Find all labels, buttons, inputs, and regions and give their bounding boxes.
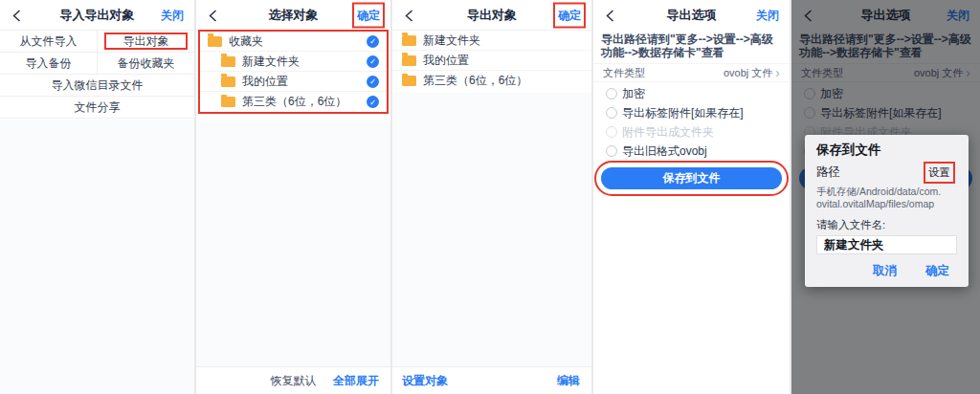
back-button[interactable] <box>606 9 615 22</box>
cancel-button[interactable]: 取消 <box>873 264 897 278</box>
export-option-list: 加密 导出标签附件[如果存在] 附件导出成文件夹 导出旧格式ovobj <box>593 82 790 161</box>
filename-input[interactable] <box>816 235 957 254</box>
folder-row[interactable]: 新建文件夹 <box>200 52 387 72</box>
option-row[interactable]: 加密 <box>593 84 790 103</box>
back-button[interactable] <box>405 9 414 22</box>
folder-name: 第三类（6位，6位） <box>242 94 346 110</box>
dialog-buttons: 取消 确定 <box>816 264 957 278</box>
save-to-file-dialog: 保存到文件 路径 设置 手机存储/Android/data/com.ovital… <box>805 135 969 287</box>
option-row[interactable]: 导出旧格式ovobj <box>593 142 790 161</box>
folder-icon <box>221 97 235 107</box>
radio-unchecked-icon <box>606 126 617 138</box>
chevron-right-icon: › <box>775 68 780 77</box>
option-row[interactable]: 导出标签附件[如果存在] <box>593 103 790 122</box>
empty-area <box>392 93 591 394</box>
folder-icon <box>402 35 416 46</box>
chevron-left-icon <box>606 10 614 22</box>
folder-icon <box>208 36 222 47</box>
option-label: 附件导出成文件夹 <box>622 124 714 141</box>
page-title: 导出选项 <box>667 7 717 24</box>
folder-name: 第三类（6位，6位） <box>423 73 527 89</box>
close-button[interactable]: 关闭 <box>756 7 779 23</box>
panel-export-objects: 导出对象 确定 新建文件夹 我的位置 第三类（6位，6位） <box>392 0 593 394</box>
chevron-left-icon <box>209 10 217 22</box>
path-value: 手机存储/Android/data/com.ovital.ovitalMap/f… <box>816 186 946 210</box>
folder-row[interactable]: 我的位置 <box>200 72 387 92</box>
page-title: 导出对象 <box>467 7 517 24</box>
radio-unchecked-icon <box>606 88 617 99</box>
panel1-header: 导入导出对象 关闭 <box>0 0 194 30</box>
panel4-header: 导出选项 关闭 <box>593 0 790 30</box>
back-button[interactable] <box>209 9 218 22</box>
chevron-left-icon <box>12 10 21 22</box>
file-type-row[interactable]: 文件类型 ovobj 文件› <box>593 63 790 82</box>
folder-tree-list: 收藏夹 新建文件夹 我的位置 第三类（6位，6位） <box>198 30 389 114</box>
panel3-header: 导出对象 确定 <box>392 0 591 30</box>
panel2-footer: 恢复默认 全部展开 <box>196 366 390 394</box>
panel-import-export: 导入导出对象 关闭 从文件导入 导出对象 导入备份 备份收藏夹 导入微信目录文件… <box>0 0 196 394</box>
check-icon[interactable] <box>367 35 379 48</box>
folder-icon <box>402 55 416 66</box>
screenshot-root: 导入导出对象 关闭 从文件导入 导出对象 导入备份 备份收藏夹 导入微信目录文件… <box>0 0 980 394</box>
empty-area <box>196 120 390 394</box>
chevron-left-icon <box>405 10 413 22</box>
folder-row[interactable]: 第三类（6位，6位） <box>392 71 591 91</box>
option-label: 导出旧格式ovobj <box>622 143 707 160</box>
option-row[interactable]: 附件导出成文件夹 <box>593 122 790 142</box>
check-icon[interactable] <box>367 96 379 108</box>
page-title: 导入导出对象 <box>60 7 135 24</box>
panel-export-options-dimmed: 导出选项 关闭 导出路径请到"更多-->设置-->高级功能-->数据存储卡"查看… <box>791 0 980 394</box>
folder-row[interactable]: 新建文件夹 <box>392 31 591 51</box>
folder-name: 新建文件夹 <box>423 33 480 49</box>
folder-name: 我的位置 <box>242 74 288 90</box>
expand-all-button[interactable]: 全部展开 <box>333 373 379 389</box>
import-wechat-dir-button[interactable]: 导入微信目录文件 <box>0 75 194 96</box>
folder-row[interactable]: 第三类（6位，6位） <box>200 92 387 112</box>
confirm-button[interactable]: 确定 <box>925 264 949 278</box>
close-button[interactable]: 关闭 <box>161 7 184 23</box>
folder-icon <box>402 76 416 86</box>
option-label: 加密 <box>622 86 645 102</box>
confirm-button[interactable]: 确定 <box>357 7 380 23</box>
panel3-footer: 设置对象 编辑 <box>392 366 591 394</box>
dialog-title: 保存到文件 <box>816 142 957 158</box>
check-icon[interactable] <box>367 76 379 88</box>
folder-name: 我的位置 <box>423 53 469 69</box>
page-title: 选择对象 <box>269 7 319 24</box>
folder-name: 收藏夹 <box>229 33 263 50</box>
filename-label: 请输入文件名: <box>816 218 957 231</box>
panel-select-objects: 选择对象 确定 收藏夹 新建文件夹 我的位置 <box>196 0 392 394</box>
radio-unchecked-icon <box>606 107 617 119</box>
save-to-file-button[interactable]: 保存到文件 <box>601 167 782 189</box>
radio-unchecked-icon <box>606 145 617 157</box>
restore-default-button[interactable]: 恢复默认 <box>271 373 317 389</box>
folder-row[interactable]: 收藏夹 <box>200 32 387 52</box>
option-label: 导出标签附件[如果存在] <box>622 105 744 121</box>
check-icon[interactable] <box>367 55 379 68</box>
export-objects-button[interactable]: 导出对象 <box>97 31 194 52</box>
confirm-button[interactable]: 确定 <box>558 7 581 23</box>
backup-favorites-button[interactable]: 备份收藏夹 <box>97 53 194 74</box>
set-path-button[interactable]: 设置 <box>928 166 950 179</box>
import-backup-button[interactable]: 导入备份 <box>0 53 97 74</box>
empty-area <box>0 120 194 394</box>
back-button[interactable] <box>12 9 22 22</box>
file-type-value: ovobj 文件 <box>724 66 772 80</box>
folder-list: 新建文件夹 我的位置 第三类（6位，6位） <box>392 30 591 91</box>
path-label: 路径 <box>816 164 840 181</box>
import-export-grid: 从文件导入 导出对象 导入备份 备份收藏夹 导入微信目录文件 文件分享 <box>0 30 194 119</box>
export-path-notice: 导出路径请到"更多-->设置-->高级功能-->数据存储卡"查看 <box>593 30 790 63</box>
folder-icon <box>221 77 235 87</box>
edit-button[interactable]: 编辑 <box>557 373 580 389</box>
file-type-label: 文件类型 <box>603 66 645 80</box>
folder-row[interactable]: 我的位置 <box>392 51 591 71</box>
path-row: 路径 设置 <box>816 164 957 180</box>
file-share-button[interactable]: 文件分享 <box>0 97 194 118</box>
panel2-header: 选择对象 确定 <box>196 0 390 30</box>
folder-name: 新建文件夹 <box>242 54 300 70</box>
panel-export-options: 导出选项 关闭 导出路径请到"更多-->设置-->高级功能-->数据存储卡"查看… <box>593 0 791 394</box>
set-objects-button[interactable]: 设置对象 <box>402 373 448 389</box>
folder-icon <box>221 56 235 67</box>
from-file-import-button[interactable]: 从文件导入 <box>0 31 97 52</box>
